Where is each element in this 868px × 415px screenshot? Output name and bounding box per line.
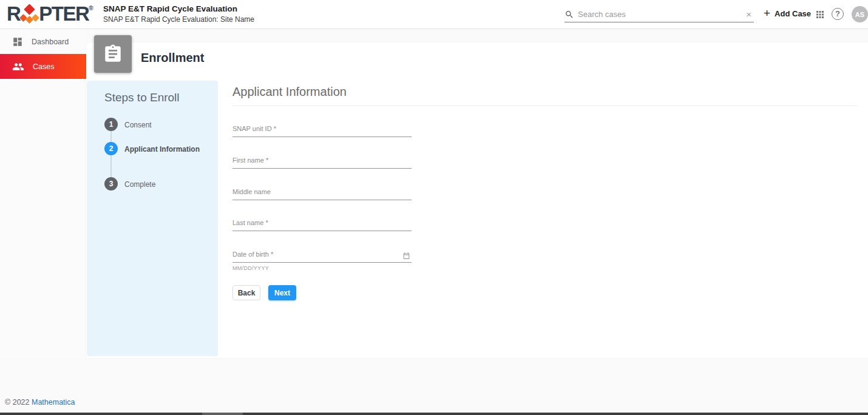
enrollment-icon-tile [94,35,132,73]
field-underline [232,262,412,263]
step-circle-complete[interactable]: 3 [104,177,118,191]
field-first-name: First name * [232,157,412,164]
horizontal-scrollbar[interactable] [0,413,868,415]
registered-mark: ® [89,5,93,12]
apps-grid-icon[interactable] [815,9,826,20]
step-label-consent: Consent [124,121,152,129]
form-section-title: Applicant Information [232,85,347,99]
step-label-complete: Complete [124,180,155,189]
field-underline [232,137,412,137]
help-icon[interactable]: ? [832,8,844,20]
plus-icon: + [764,7,770,19]
steps-panel-title: Steps to Enroll [104,91,180,104]
search-icon [565,10,574,19]
app-header: R PTER ® SNAP E&T Rapid Cycle Evaluation… [0,0,868,29]
sidebar-item-dashboard[interactable]: Dashboard [0,29,86,54]
step-label-applicant-information: Applicant Information [124,145,200,154]
field-middle-name: Middle name [232,188,412,195]
logo-text-pter: PTER [39,4,89,24]
people-icon [12,61,24,73]
field-date-of-birth: Date of birth * [232,251,412,258]
footer: © 2022 Mathematica [5,398,75,407]
search-box: × [565,7,754,22]
copyright-text: © 2022 [5,398,30,407]
mathematica-link[interactable]: Mathematica [32,398,75,407]
scrollbar-thumb[interactable] [202,413,243,415]
logo-diamond-icon [20,4,39,24]
sidebar-item-cases[interactable]: Cases [0,54,86,79]
app-titles: SNAP E&T Rapid Cycle Evaluation SNAP E&T… [103,4,254,24]
dashboard-icon [12,36,23,47]
next-button[interactable]: Next [268,285,296,300]
sidebar-item-label: Dashboard [32,38,69,46]
field-underline [232,231,412,231]
app-title: SNAP E&T Rapid Cycle Evaluation [103,4,254,13]
avatar[interactable]: AS [852,6,868,22]
sidebar: Dashboard Cases [0,29,86,358]
add-case-label: Add Case [775,9,811,18]
sidebar-item-label: Cases [33,62,54,71]
calendar-icon[interactable] [402,252,410,260]
search-clear-icon[interactable]: × [744,9,754,19]
field-last-name: Last name * [232,219,412,226]
app-subtitle: SNAP E&T Rapid Cycle Evaluation: Site Na… [103,15,254,24]
logo-text-r: R [7,4,20,24]
add-case-button[interactable]: + Add Case [764,7,811,19]
date-format-helper: MM/DD/YYYY [232,265,269,271]
clipboard-icon [103,44,123,64]
field-snap-unit-id: SNAP unit ID * [232,125,412,132]
step-circle-applicant-information[interactable]: 2 [104,142,118,155]
field-underline [232,168,412,169]
search-input[interactable] [578,10,744,19]
back-button[interactable]: Back [232,285,260,300]
field-underline [232,200,412,200]
page-title: Enrollment [141,51,204,65]
step-circle-consent[interactable]: 1 [104,118,118,131]
section-divider [232,106,857,106]
rapter-logo[interactable]: R PTER ® [7,4,93,24]
